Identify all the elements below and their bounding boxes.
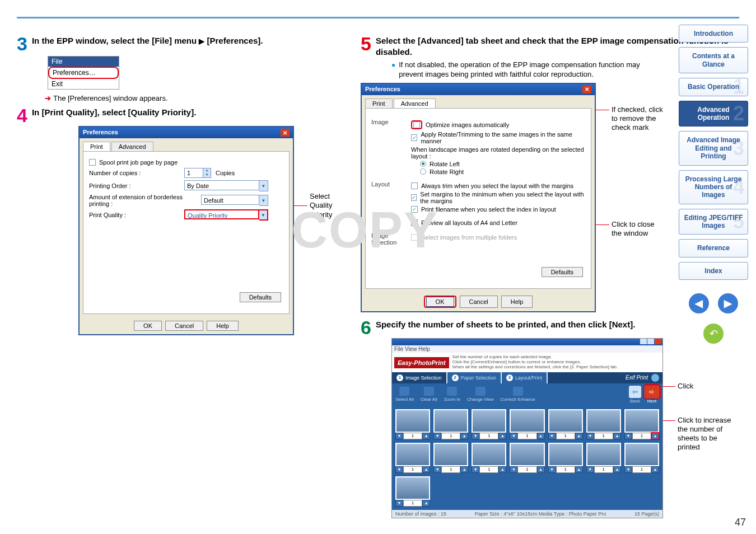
thumbnail[interactable]: ▼1▲ — [624, 409, 659, 439]
zoom-in-tool[interactable]: Zoom In — [444, 387, 460, 402]
file-menu-header[interactable]: File — [48, 57, 119, 67]
optimize-checkbox-highlight — [411, 120, 422, 129]
thumbnail[interactable]: ▼1▲ — [624, 443, 659, 473]
select-all-tool[interactable]: Select All — [395, 387, 414, 402]
next-page-button[interactable]: ▶ — [718, 293, 738, 313]
extension-combo[interactable]: Default▼ — [201, 195, 268, 206]
status-paper: Paper Size : 4"x6" 10x15cm Media Type : … — [475, 511, 606, 517]
bullet-icon: ● — [391, 60, 395, 79]
chevron-down-icon[interactable]: ▼ — [259, 209, 268, 221]
app-logo: Easy-PhotoPrint — [394, 357, 449, 368]
thumbnail[interactable]: ▼1▲ — [510, 443, 544, 473]
back-button[interactable]: ⇦ — [629, 386, 641, 398]
step-4-number: 4 — [17, 107, 27, 124]
tab-advanced[interactable]: Advanced — [111, 142, 153, 151]
thumbnail[interactable]: ▼1▲ — [586, 443, 621, 473]
nav-advanced-image-editing[interactable]: 3Advanced Image Editing and Printing — [679, 131, 748, 165]
help-button[interactable]: Help — [207, 321, 239, 331]
nav-advanced-operation[interactable]: 2Advanced Operation — [679, 101, 748, 127]
preferences-print-dialog: Preferences ✕ Print Advanced Spool print… — [78, 126, 294, 335]
ok-button-highlight: OK — [424, 296, 456, 308]
result-arrow-icon: ➔ — [45, 94, 51, 102]
nav-reference[interactable]: Reference — [679, 239, 748, 257]
wizard-step-3[interactable]: 3Layout/Print — [502, 372, 547, 383]
status-pages: 15 Page(s) — [634, 511, 659, 517]
nav-introduction[interactable]: Introduction — [679, 25, 748, 43]
apply-rotate-checkbox[interactable]: ✓ — [411, 134, 417, 141]
wizard-step-1[interactable]: 1Image Selection — [392, 372, 446, 383]
close-icon[interactable]: ✕ — [582, 86, 591, 93]
step-6-title: Specify the number of sheets to be print… — [376, 319, 635, 330]
increase-count-button[interactable]: ▲ — [651, 433, 659, 439]
thumbnail[interactable]: ▼1▲ — [433, 443, 468, 473]
step-3-number: 3 — [17, 35, 27, 53]
correct-enhance-tool[interactable]: Correct/ Enhance — [501, 387, 535, 402]
tab-advanced[interactable]: Advanced — [394, 99, 436, 108]
thumbnail[interactable]: ▼1▲ — [395, 443, 430, 473]
defaults-button[interactable]: Defaults — [240, 292, 281, 302]
thumbnail[interactable]: ▼1▲ — [433, 409, 468, 439]
ok-button[interactable]: OK — [134, 321, 162, 331]
dialog-title: Preferences — [83, 129, 118, 137]
thumbnail[interactable]: ▼1▲ — [510, 409, 544, 439]
print-filename-checkbox[interactable]: ✓ — [411, 206, 418, 213]
printing-order-combo[interactable]: By Date▼ — [184, 180, 268, 191]
thumbnail[interactable]: ▼1▲ — [395, 409, 430, 439]
back-history-button[interactable]: ↶ — [703, 324, 724, 344]
rotate-left-radio[interactable] — [420, 161, 426, 167]
help-icon[interactable] — [651, 374, 659, 382]
spool-checkbox[interactable] — [89, 159, 96, 166]
next-button[interactable]: ➪ — [645, 386, 659, 398]
cancel-button[interactable]: Cancel — [165, 321, 203, 331]
nav-editing-jpeg-tiff[interactable]: 5Editing JPEG/TIFF Images — [679, 209, 748, 235]
thumbnail-grid: ▼1▲ ▼1▲ ▼1▲ ▼1▲ ▼1▲ ▼1▲ ▼1▲ ▼1▲ ▼1▲ ▼1▲ … — [392, 406, 662, 510]
nav-processing-large-numbers[interactable]: 4Processing Large Numbers of Images — [679, 170, 748, 204]
wizard-step-2[interactable]: 2Paper Selection — [447, 372, 501, 383]
nav-index[interactable]: Index — [679, 262, 748, 280]
thumbnail[interactable]: ▼1▲ — [472, 443, 506, 473]
tab-print[interactable]: Print — [83, 142, 110, 151]
annotation-if-checked: If checked, click to remove the check ma… — [612, 105, 668, 133]
cancel-button[interactable]: Cancel — [460, 296, 498, 308]
status-image-count: Number of images : 15 — [395, 511, 446, 517]
chevron-down-icon[interactable]: ▼ — [259, 180, 268, 191]
step-3-title: In the EPP window, select the [File] men… — [32, 35, 263, 46]
thumbnail[interactable]: ▼1▲ — [472, 409, 506, 439]
window-controls[interactable] — [392, 339, 662, 345]
change-view-tool[interactable]: Change View — [467, 387, 493, 402]
preferences-advanced-dialog: Preferences ✕ Print Advanced Image Optim… — [361, 83, 596, 312]
thumbnail[interactable]: ▼1▲ — [548, 443, 583, 473]
page-number: 47 — [735, 517, 746, 528]
clear-all-tool[interactable]: Clear All — [421, 387, 437, 402]
optimize-checkbox[interactable] — [413, 121, 420, 128]
side-navigation: Introduction Contents at a Glance 1Basic… — [679, 25, 748, 344]
prev-page-button[interactable]: ◀ — [689, 293, 709, 313]
close-icon[interactable]: ✕ — [281, 129, 290, 137]
thumbnail[interactable]: ▼1▲ — [586, 409, 621, 439]
thumbnail[interactable]: ▼1▲ — [395, 476, 430, 507]
print-quality-combo[interactable]: Quality Priority▼ — [184, 209, 268, 221]
copies-stepper[interactable]: ▲ ▼ — [203, 168, 211, 178]
preview-checkbox[interactable]: ✓ — [411, 219, 418, 226]
set-margins-checkbox[interactable]: ✓ — [411, 194, 417, 201]
help-button[interactable]: Help — [501, 296, 533, 308]
tab-print[interactable]: Print — [365, 99, 393, 108]
annotation-close-window: Click to close the window — [612, 220, 662, 238]
nav-contents[interactable]: Contents at a Glance — [679, 47, 748, 73]
nav-basic-operation[interactable]: 1Basic Operation — [679, 78, 748, 96]
thumbnail[interactable]: ▼1▲ — [548, 409, 583, 439]
menu-bar[interactable]: File View Help — [392, 345, 662, 353]
file-menu-exit[interactable]: Exit — [48, 79, 119, 89]
rotate-right-radio[interactable] — [420, 168, 426, 175]
step-5-number: 5 — [361, 35, 371, 53]
always-trim-checkbox[interactable] — [411, 182, 418, 189]
file-menu-preferences[interactable]: Preferences… — [48, 67, 119, 79]
ok-button[interactable]: OK — [426, 297, 454, 307]
menu-arrow-icon: ▶ — [199, 37, 204, 45]
defaults-button[interactable]: Defaults — [542, 267, 583, 277]
chevron-down-icon[interactable]: ▼ — [259, 195, 268, 206]
copies-input[interactable]: 1 — [184, 168, 203, 178]
app-description: Set the number of copies for each select… — [452, 355, 618, 369]
annotation-click-next: Click — [678, 382, 693, 391]
annotation-quality-priority: Select Quality Priority — [310, 192, 343, 219]
